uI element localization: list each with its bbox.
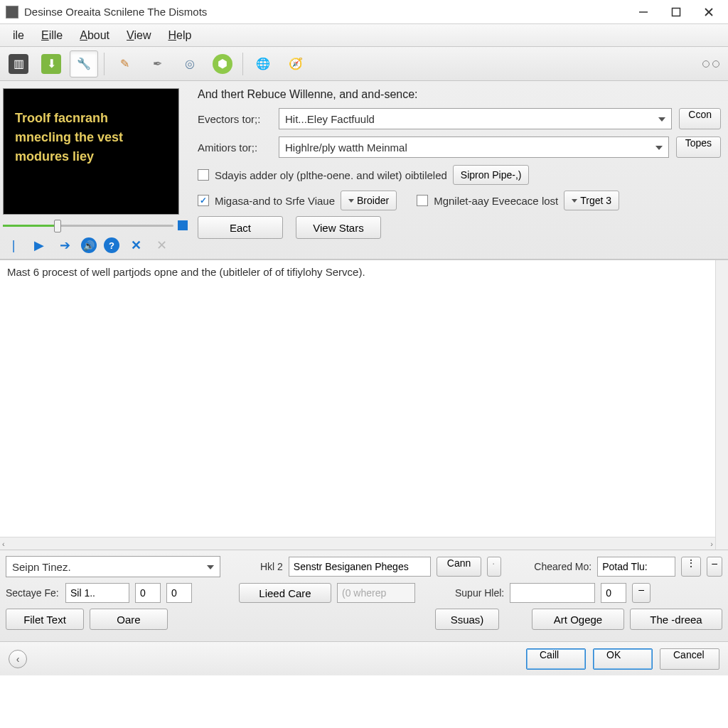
menu-eille[interactable]: Eille: [33, 26, 71, 45]
bottom-panel: Seipn Tinez. Hkl 2 Senstr Besiganen Pheg…: [0, 550, 728, 641]
sdayis-label: Sdayis adder oly (plthe-oene. and wilet)…: [215, 169, 447, 181]
vertical-scrollbar[interactable]: [715, 260, 728, 550]
help-button[interactable]: ?: [104, 237, 119, 253]
menu-about[interactable]: About: [71, 26, 118, 45]
play-icon[interactable]: ▶: [30, 236, 48, 255]
timeline-slider[interactable]: [3, 221, 173, 230]
cancel-button[interactable]: Cancel: [660, 648, 719, 670]
close-button[interactable]: [692, 1, 725, 23]
cheared-label: Cheared Mo:: [534, 561, 592, 572]
filet-button[interactable]: Filet Text: [6, 609, 84, 630]
evectors-dropdown[interactable]: Hit...Eley Factfuuld: [279, 108, 672, 129]
horizontal-scrollbar[interactable]: ‹›: [0, 537, 715, 550]
log-line: Mast 6 procest of well partjods opne and…: [0, 260, 728, 284]
potad-extra-button[interactable]: ⋮: [681, 557, 701, 577]
the-button[interactable]: The -dreea: [630, 609, 722, 630]
broider-dropdown[interactable]: Broider: [341, 191, 397, 210]
wrench-icon[interactable]: 🔧: [70, 50, 98, 77]
app-icon: [6, 6, 18, 18]
forward-icon[interactable]: ➔: [55, 236, 74, 255]
ssuas-button[interactable]: Ssuas): [435, 609, 499, 630]
trget-dropdown[interactable]: Trget 3: [564, 191, 619, 210]
toolbar-separator: [242, 53, 243, 75]
hkl-label: Hkl 2: [260, 561, 283, 572]
mgnilet-checkbox[interactable]: [417, 195, 428, 206]
close-disabled-icon: ✕: [152, 236, 171, 255]
sil-field[interactable]: Sil 1..: [65, 583, 129, 603]
menu-ile[interactable]: ile: [4, 26, 33, 45]
menu-bar: ile Eille About View Help: [0, 24, 728, 47]
mgnilet-label: Mgnilet-aay Eveecace lost: [434, 195, 558, 207]
lieed-button[interactable]: Lieed Care: [239, 583, 331, 603]
toolbar-separator: [104, 53, 105, 75]
wherep-field: (0 wherep: [337, 583, 415, 603]
sectaye-label: Sectaye Fe:: [6, 587, 60, 599]
ok-button[interactable]: OK: [593, 648, 653, 670]
supur-field[interactable]: [510, 583, 595, 603]
back-icon[interactable]: ‹: [9, 650, 27, 668]
amitiors-dropdown[interactable]: Highlre/ply watth Meinmal: [279, 136, 669, 158]
download-icon[interactable]: ⬇: [37, 50, 65, 77]
supur-label: Supur Hlel:: [455, 587, 504, 599]
status-dots: [702, 60, 719, 68]
minus-button[interactable]: –: [632, 583, 651, 603]
eye-gear-icon[interactable]: ◎: [176, 50, 204, 77]
eact-button[interactable]: Eact: [198, 216, 283, 239]
compass-icon[interactable]: 🧭: [282, 50, 310, 77]
migasa-checkbox[interactable]: ✓: [198, 195, 209, 206]
num-field-b[interactable]: 0: [166, 583, 192, 603]
num-field-c[interactable]: 0: [601, 583, 626, 603]
minimize-button[interactable]: [627, 1, 660, 23]
sipron-button[interactable]: Sipron Pipe-,): [453, 165, 530, 185]
window-title: Desinse Oreaita Scnilene The Dismots: [24, 6, 627, 18]
migasa-label: Migasa-and to Srfe Viaue: [215, 195, 335, 207]
main-toolbar: ▥ ⬇ 🔧 ✎ ✒ ◎ ⬢ 🌐 🧭: [0, 47, 728, 81]
oare-button[interactable]: Oare: [90, 609, 168, 630]
menu-help[interactable]: Help: [159, 26, 200, 45]
globe-badge-icon[interactable]: 🌐: [249, 50, 277, 77]
call-button[interactable]: Caill: [526, 648, 586, 670]
log-area: Mast 6 procest of well partjods opne and…: [0, 259, 728, 550]
upper-panel: Troolf facnranh mnecling the vest modure…: [0, 81, 728, 259]
title-bar: Desinse Oreaita Scnilene The Dismots: [0, 0, 728, 24]
cann-button[interactable]: Cann: [437, 557, 481, 577]
evectors-label: Evectors tor;:: [198, 113, 272, 125]
svg-rect-1: [673, 8, 680, 16]
preview-thumbnail: Troolf facnranh mnecling the vest modure…: [3, 88, 179, 215]
cancel-icon[interactable]: ✕: [127, 236, 145, 255]
potad-field[interactable]: Potad Tlu:: [597, 557, 675, 577]
wand-icon[interactable]: ✎: [110, 50, 139, 77]
ccon-button[interactable]: Ccon: [679, 108, 721, 129]
seipn-dropdown[interactable]: Seipn Tinez.: [6, 556, 220, 577]
dialog-footer: ‹ Caill OK Cancel: [0, 641, 728, 675]
audio-button[interactable]: 🔊: [81, 237, 97, 253]
package-icon[interactable]: ⬢: [208, 50, 237, 77]
folder-icon[interactable]: ▥: [4, 50, 33, 77]
view-stars-button[interactable]: View Stars: [296, 216, 381, 239]
senstr-field[interactable]: Senstr Besiganen Pheges: [289, 557, 431, 577]
slider-end-marker[interactable]: [178, 220, 188, 230]
sdayis-checkbox[interactable]: [198, 169, 209, 181]
topes-button[interactable]: Topes: [676, 136, 721, 158]
menu-view[interactable]: View: [118, 26, 159, 45]
art-button[interactable]: Art Ogege: [532, 609, 624, 630]
step-back-icon[interactable]: |: [4, 236, 23, 255]
form-heading: And thert Rebuce Willenne, and and-sence…: [198, 88, 721, 101]
num-field-a[interactable]: 0: [135, 583, 161, 603]
maximize-button[interactable]: [660, 1, 692, 23]
amitiors-label: Amitiors tor;:: [198, 141, 272, 154]
brush-icon[interactable]: ✒: [143, 50, 171, 77]
cann-extra-button[interactable]: ·: [487, 557, 501, 577]
potad-minus-button[interactable]: –: [707, 557, 722, 577]
